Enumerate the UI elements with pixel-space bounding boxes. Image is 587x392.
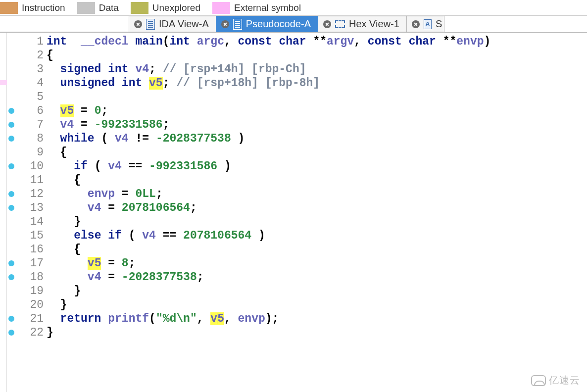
breakpoint-gutter[interactable] [7, 132, 16, 146]
code-line[interactable]: 12 envp = 0LL; [7, 187, 587, 201]
breakpoint-gutter[interactable] [7, 159, 16, 173]
code-text[interactable]: { [47, 173, 587, 187]
code-line[interactable]: 7 v4 = -992331586; [7, 118, 587, 132]
line-number: 17 [16, 256, 47, 270]
code-text[interactable]: return printf("%d\n", v5, envp); [47, 312, 587, 326]
tab-pseudocode-a[interactable]: Pseudocode-A [216, 16, 318, 32]
line-number: 1 [16, 35, 47, 49]
legend-item: Instruction [0, 2, 65, 14]
watermark-icon [531, 375, 546, 386]
watermark-text: 亿速云 [549, 374, 580, 387]
content-wrap: 1int __cdecl main(int argc, const char *… [0, 33, 587, 392]
close-icon[interactable] [412, 20, 420, 28]
breakpoint-dot-icon[interactable] [8, 108, 14, 114]
struct-icon: A [424, 19, 432, 29]
code-line[interactable]: 10 if ( v4 == -992331586 ) [7, 159, 587, 173]
line-number: 20 [16, 298, 47, 312]
code-text[interactable]: v5 = 8; [47, 256, 587, 270]
breakpoint-dot-icon[interactable] [8, 122, 14, 128]
code-line[interactable]: 19 } [7, 284, 587, 298]
tab-s[interactable]: AS [406, 16, 444, 32]
extern-marker [0, 80, 7, 85]
code-line[interactable]: 13 v4 = 2078106564; [7, 201, 587, 215]
code-text[interactable]: else if ( v4 == 2078106564 ) [47, 229, 587, 243]
code-text[interactable]: v4 = -2028377538; [47, 270, 587, 284]
breakpoint-gutter[interactable] [7, 326, 16, 340]
breakpoint-dot-icon[interactable] [8, 163, 14, 169]
legend-swatch [131, 2, 148, 14]
code-text[interactable]: } [47, 215, 587, 229]
breakpoint-dot-icon[interactable] [8, 136, 14, 142]
code-line[interactable]: 21 return printf("%d\n", v5, envp); [7, 312, 587, 326]
code-text[interactable]: { [47, 49, 587, 62]
code-line[interactable]: 1int __cdecl main(int argc, const char *… [7, 35, 587, 49]
code-text[interactable]: signed int v4; // [rsp+14h] [rbp-Ch] [47, 62, 587, 76]
breakpoint-dot-icon[interactable] [8, 330, 14, 336]
code-line[interactable]: 8 while ( v4 != -2028377538 ) [7, 132, 587, 146]
code-text[interactable]: v5 = 0; [47, 104, 587, 118]
code-text[interactable]: { [47, 146, 587, 159]
code-line[interactable]: 14 } [7, 215, 587, 229]
close-icon[interactable] [134, 20, 142, 28]
code-line[interactable]: 9 { [7, 146, 587, 159]
legend-bar: InstructionDataUnexploredExternal symbol [0, 0, 587, 16]
code-text[interactable]: envp = 0LL; [47, 187, 587, 201]
code-line[interactable]: 2{ [7, 49, 587, 62]
line-number: 12 [16, 187, 47, 201]
breakpoint-gutter[interactable] [7, 187, 16, 201]
breakpoint-gutter[interactable] [7, 118, 16, 132]
code-text[interactable]: } [47, 326, 587, 340]
code-text[interactable]: if ( v4 == -992331586 ) [47, 159, 587, 173]
code-line[interactable]: 22} [7, 326, 587, 340]
close-icon[interactable] [323, 20, 331, 28]
line-number: 13 [16, 201, 47, 215]
code-line[interactable]: 15 else if ( v4 == 2078106564 ) [7, 229, 587, 243]
code-text[interactable]: unsigned int v5; // [rsp+18h] [rbp-8h] [47, 76, 587, 90]
line-number: 15 [16, 229, 47, 243]
breakpoint-gutter[interactable] [7, 270, 16, 284]
code-line[interactable]: 4 unsigned int v5; // [rsp+18h] [rbp-8h] [7, 76, 587, 90]
code-line[interactable]: 17 v5 = 8; [7, 256, 587, 270]
left-gutter [0, 33, 7, 392]
line-number: 21 [16, 312, 47, 326]
hex-icon [335, 20, 345, 28]
legend-label: External symbol [234, 2, 301, 13]
breakpoint-dot-icon[interactable] [8, 205, 14, 211]
code-text[interactable]: v4 = -992331586; [47, 118, 587, 132]
legend-label: Instruction [22, 2, 65, 13]
line-number: 14 [16, 215, 47, 229]
breakpoint-dot-icon[interactable] [8, 260, 14, 266]
tab-ida-view-a[interactable]: IDA View-A [129, 16, 216, 32]
breakpoint-gutter[interactable] [7, 104, 16, 118]
close-icon[interactable] [221, 20, 229, 28]
breakpoint-dot-icon[interactable] [8, 191, 14, 197]
tab-bar: IDA View-APseudocode-AHex View-1AS [0, 16, 587, 33]
breakpoint-dot-icon[interactable] [8, 274, 14, 280]
legend-item: Unexplored [131, 2, 200, 14]
code-text[interactable]: while ( v4 != -2028377538 ) [47, 132, 587, 146]
code-text[interactable]: } [47, 284, 587, 298]
code-line[interactable]: 3 signed int v4; // [rsp+14h] [rbp-Ch] [7, 62, 587, 76]
code-text[interactable]: { [47, 243, 587, 256]
line-number: 5 [16, 90, 47, 104]
code-line[interactable]: 16 { [7, 243, 587, 256]
code-line[interactable]: 20 } [7, 298, 587, 312]
line-number: 11 [16, 173, 47, 187]
line-number: 9 [16, 146, 47, 159]
breakpoint-gutter[interactable] [7, 201, 16, 215]
code-text[interactable]: int __cdecl main(int argc, const char **… [47, 35, 587, 49]
breakpoint-dot-icon[interactable] [8, 316, 14, 322]
breakpoint-gutter[interactable] [7, 256, 16, 270]
code-line[interactable]: 18 v4 = -2028377538; [7, 270, 587, 284]
code-text[interactable]: v4 = 2078106564; [47, 201, 587, 215]
breakpoint-gutter[interactable] [7, 312, 16, 326]
code-line[interactable]: 5 [7, 90, 587, 104]
tab-hex-view-1[interactable]: Hex View-1 [318, 16, 407, 32]
tab-label: S [436, 18, 442, 30]
code-text[interactable]: } [47, 298, 587, 312]
pseudocode-view[interactable]: 1int __cdecl main(int argc, const char *… [7, 33, 587, 392]
code-line[interactable]: 11 { [7, 173, 587, 187]
code-line[interactable]: 6 v5 = 0; [7, 104, 587, 118]
line-number: 2 [16, 49, 47, 62]
doc-icon [233, 19, 242, 30]
